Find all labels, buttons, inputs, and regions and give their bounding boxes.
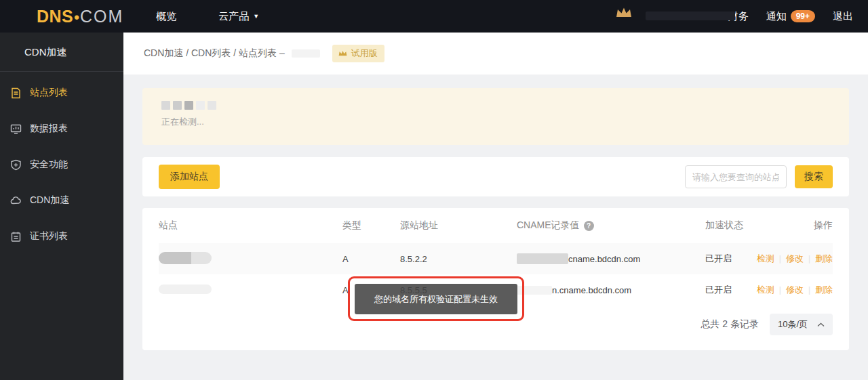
notification-count-badge: 99+ xyxy=(791,10,815,22)
col-header-status: 加速状态 xyxy=(705,219,814,232)
logo-dns-text: DNS xyxy=(37,7,73,26)
certificate-icon xyxy=(10,231,22,242)
sites-table: 站点 类型 源站地址 CNAME记录值 ? 加速状态 操作 A xyxy=(142,208,849,350)
table-row: A 8.5.2.2 cname.bdcdn.com 已开启 检测|修改|删除 xyxy=(159,243,833,274)
sidebar-item-site-list[interactable]: 站点列表 xyxy=(0,78,123,108)
redacted-cname-prefix xyxy=(517,253,568,264)
site-cell xyxy=(159,252,342,266)
report-icon xyxy=(10,123,22,135)
sidebar-item-data-reports[interactable]: 数据报表 xyxy=(0,114,123,144)
logo-com-text: COM xyxy=(80,7,123,26)
crown-icon[interactable] xyxy=(614,5,633,23)
sidebar: CDN加速 站点列表 数据报表 安全功能 xyxy=(0,33,123,380)
cname-cell: cname.bdcdn.com xyxy=(517,253,705,264)
status-cell: 已开启 xyxy=(705,284,757,296)
cname-value: n.cname.bdcdn.com xyxy=(552,285,631,295)
chevron-up-icon xyxy=(817,322,825,327)
col-header-site: 站点 xyxy=(159,219,342,232)
logo-dot: • xyxy=(74,9,79,26)
action-separator: | xyxy=(779,285,781,295)
col-header-origin: 源站地址 xyxy=(400,219,517,232)
cname-value: cname.bdcdn.com xyxy=(568,254,640,264)
col-header-actions: 操作 xyxy=(814,219,833,232)
crown-icon xyxy=(338,49,348,58)
trial-badge-label: 试用版 xyxy=(351,47,378,60)
nav-logout-label: 退出 xyxy=(833,10,853,23)
search-input[interactable] xyxy=(685,165,787,188)
actions-cell: 检测|修改|删除 xyxy=(757,284,833,296)
add-site-button[interactable]: 添加站点 xyxy=(159,165,220,189)
dnscom-logo[interactable]: DNS • COM xyxy=(37,7,123,26)
redacted-site-name xyxy=(159,284,212,294)
trial-version-badge: 试用版 xyxy=(332,45,384,62)
action-separator: | xyxy=(808,285,810,295)
cloud-icon xyxy=(10,195,22,207)
top-navbar: DNS • COM 概览 云产品 ▼ 财务 通知 99+ 退出 xyxy=(0,0,868,33)
nav-item-cloud-products[interactable]: 云产品 ▼ xyxy=(218,10,259,23)
detect-link[interactable]: 检测 xyxy=(757,253,774,263)
toolbar-panel: 添加站点 搜索 xyxy=(142,157,849,196)
detection-status-text: 正在检测... xyxy=(161,116,830,128)
modify-link[interactable]: 修改 xyxy=(786,253,804,263)
action-separator: | xyxy=(808,254,810,263)
redacted-username xyxy=(646,12,735,20)
detection-notice-panel: 正在检测... xyxy=(142,88,849,145)
modify-link[interactable]: 修改 xyxy=(786,284,804,295)
col-header-cname: CNAME记录值 ? xyxy=(517,219,705,232)
chevron-down-icon: ▼ xyxy=(253,13,259,20)
sidebar-item-label: CDN加速 xyxy=(30,194,69,207)
redacted-site-name xyxy=(292,49,320,58)
col-header-type: 类型 xyxy=(342,219,400,232)
sidebar-title: CDN加速 xyxy=(0,33,123,72)
delete-link[interactable]: 删除 xyxy=(815,284,833,295)
redacted-notice-text xyxy=(161,101,830,110)
redacted-cname-prefix xyxy=(517,286,552,295)
shield-icon xyxy=(10,159,22,171)
nav-item-overview-label: 概览 xyxy=(156,10,176,23)
sidebar-item-label: 证书列表 xyxy=(30,230,68,242)
delete-link[interactable]: 删除 xyxy=(815,253,833,263)
actions-cell: 检测|修改|删除 xyxy=(757,253,833,265)
site-cell xyxy=(159,284,342,296)
document-icon xyxy=(10,87,22,99)
breadcrumb-bar: CDN加速 / CDN列表 / 站点列表 – 试用版 xyxy=(123,33,868,75)
sidebar-item-security[interactable]: 安全功能 xyxy=(0,150,123,180)
help-icon[interactable]: ? xyxy=(584,221,594,231)
nav-logout-link[interactable]: 退出 xyxy=(833,10,853,23)
sidebar-item-cdn[interactable]: CDN加速 xyxy=(0,186,123,215)
nav-item-overview[interactable]: 概览 xyxy=(156,10,176,23)
breadcrumb: CDN加速 / CDN列表 / 站点列表 – xyxy=(144,47,285,60)
table-header-row: 站点 类型 源站地址 CNAME记录值 ? 加速状态 操作 xyxy=(159,208,833,243)
sidebar-item-label: 站点列表 xyxy=(30,87,68,99)
nav-notifications-label: 通知 xyxy=(766,10,787,23)
detect-link[interactable]: 检测 xyxy=(757,284,774,295)
page-size-select[interactable]: 10条/页 xyxy=(770,314,833,335)
type-cell: A xyxy=(342,254,400,264)
nav-item-cloud-products-label: 云产品 xyxy=(218,10,249,23)
domain-verification-tooltip: 您的域名所有权验证配置未生效 xyxy=(355,284,517,314)
action-separator: | xyxy=(779,254,781,263)
search-group: 搜索 xyxy=(685,165,833,188)
sidebar-item-label: 数据报表 xyxy=(30,123,68,135)
redacted-site-name xyxy=(159,252,212,264)
sidebar-item-label: 安全功能 xyxy=(30,159,68,171)
status-cell: 已开启 xyxy=(705,253,757,265)
col-header-cname-label: CNAME记录值 xyxy=(517,219,580,232)
page-size-value: 10条/页 xyxy=(778,318,808,331)
nav-notifications-link[interactable]: 通知 99+ xyxy=(766,10,815,23)
sidebar-item-certificates[interactable]: 证书列表 xyxy=(0,221,123,251)
origin-cell: 8.5.2.2 xyxy=(400,254,517,264)
navbar-right: 财务 通知 99+ 退出 xyxy=(728,10,853,23)
total-records-text: 总共 2 条记录 xyxy=(701,318,759,331)
search-button[interactable]: 搜索 xyxy=(795,165,833,188)
cname-cell: n.cname.bdcdn.com xyxy=(517,285,705,295)
